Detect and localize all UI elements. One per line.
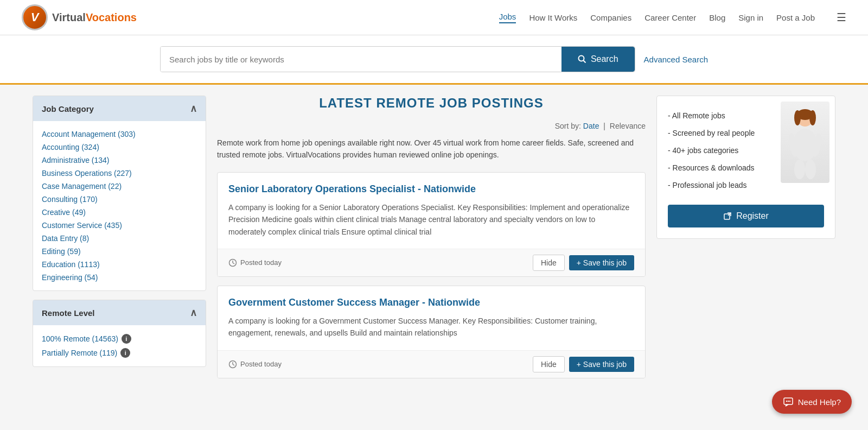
remote-100-item: 100% Remote (14563) i <box>42 332 197 346</box>
remote-100-info-icon[interactable]: i <box>122 334 131 344</box>
nav-how-it-works[interactable]: How It Works <box>529 13 577 22</box>
clock-icon <box>228 258 237 267</box>
main-content: Job Category ∧ Account Management (303) … <box>11 85 857 398</box>
svg-line-1 <box>583 61 585 63</box>
header: V VirtualVocations Jobs How It Works Com… <box>0 0 868 35</box>
job-category-section: Job Category ∧ Account Management (303) … <box>33 96 206 291</box>
category-creative[interactable]: Creative (49) <box>42 206 197 219</box>
sort-date-link[interactable]: Date <box>583 122 599 130</box>
nav-blog[interactable]: Blog <box>709 13 725 22</box>
remote-partial-item: Partially Remote (119) i <box>42 346 197 360</box>
sort-bar: Sort by: Date | Relevance <box>217 122 646 130</box>
category-administrative[interactable]: Administrative (134) <box>42 154 197 167</box>
chat-icon <box>783 396 794 398</box>
category-data-entry[interactable]: Data Entry (8) <box>42 232 197 245</box>
center-content: LATEST REMOTE JOB POSTINGS Sort by: Date… <box>217 96 646 387</box>
search-input[interactable] <box>161 47 561 72</box>
svg-line-7 <box>233 364 234 365</box>
main-nav: Jobs How It Works Companies Career Cente… <box>499 11 846 24</box>
search-box: Search <box>160 46 635 72</box>
menu-icon[interactable]: ☰ <box>837 11 846 24</box>
job-footer: Posted today Hide + Save this job <box>218 249 645 276</box>
search-icon <box>578 55 586 64</box>
nav-post-job[interactable]: Post a Job <box>776 13 815 22</box>
job-actions: Hide + Save this job <box>533 356 634 372</box>
category-account-management[interactable]: Account Management (303) <box>42 128 197 141</box>
external-link-icon <box>723 212 732 220</box>
remote-100-link[interactable]: 100% Remote (14563) <box>42 334 118 343</box>
job-title[interactable]: Senior Laboratory Operations Specialist … <box>228 184 634 195</box>
job-description: A company is looking for a Senior Labora… <box>228 201 634 238</box>
clock-icon <box>228 360 237 369</box>
search-button[interactable]: Search <box>561 47 635 72</box>
save-job-button[interactable]: + Save this job <box>569 255 634 270</box>
hide-button[interactable]: Hide <box>533 255 565 271</box>
job-card: Government Customer Success Manager - Na… <box>217 286 646 378</box>
nav-jobs[interactable]: Jobs <box>499 12 516 23</box>
svg-point-0 <box>578 56 584 61</box>
job-category-chevron: ∧ <box>190 103 197 115</box>
search-container: Search Advanced Search <box>149 46 719 83</box>
svg-point-16 <box>809 110 816 125</box>
remote-level-chevron: ∧ <box>190 307 197 319</box>
advanced-search-link[interactable]: Advanced Search <box>644 55 708 64</box>
nav-career-center[interactable]: Career Center <box>644 13 696 22</box>
logo[interactable]: V VirtualVocations <box>22 4 137 30</box>
promo-box: - All Remote jobs - Screened by real peo… <box>656 96 835 239</box>
category-engineering[interactable]: Engineering (54) <box>42 271 197 284</box>
job-actions: Hide + Save this job <box>533 255 634 271</box>
category-business-operations[interactable]: Business Operations (227) <box>42 167 197 180</box>
category-case-management[interactable]: Case Management (22) <box>42 180 197 193</box>
job-category-body: Account Management (303) Accounting (324… <box>33 121 206 290</box>
intro-text: Remote work from home job openings avail… <box>217 137 646 161</box>
search-section: Search Advanced Search <box>0 35 868 85</box>
remote-partial-link[interactable]: Partially Remote (119) <box>42 349 117 357</box>
save-job-button[interactable]: + Save this job <box>569 357 634 372</box>
job-description: A company is looking for a Government Cu… <box>228 315 634 339</box>
job-card: Senior Laboratory Operations Specialist … <box>217 172 646 277</box>
category-customer-service[interactable]: Customer Service (435) <box>42 219 197 232</box>
right-sidebar: - All Remote jobs - Screened by real peo… <box>656 96 835 387</box>
remote-partial-info-icon[interactable]: i <box>120 348 130 358</box>
remote-level-section: Remote Level ∧ 100% Remote (14563) i Par… <box>33 300 206 367</box>
job-title[interactable]: Government Customer Success Manager - Na… <box>228 297 634 308</box>
job-card-body: Government Customer Success Manager - Na… <box>218 286 645 350</box>
nav-companies[interactable]: Companies <box>590 13 631 22</box>
category-education[interactable]: Education (1113) <box>42 258 197 271</box>
posted-date: Posted today <box>228 258 282 267</box>
posted-date: Posted today <box>228 360 282 369</box>
job-footer: Posted today Hide + Save this job <box>218 350 645 378</box>
register-button[interactable]: Register <box>668 205 824 227</box>
category-consulting[interactable]: Consulting (170) <box>42 193 197 206</box>
lady-image <box>781 102 829 183</box>
job-card-body: Senior Laboratory Operations Specialist … <box>218 173 645 249</box>
nav-sign-in[interactable]: Sign in <box>738 13 763 22</box>
svg-point-11 <box>805 160 816 179</box>
logo-text: VirtualVocations <box>52 11 137 24</box>
remote-level-body: 100% Remote (14563) i Partially Remote (… <box>33 325 206 366</box>
section-title: LATEST REMOTE JOB POSTINGS <box>217 96 646 111</box>
category-accounting[interactable]: Accounting (324) <box>42 141 197 154</box>
category-editing[interactable]: Editing (59) <box>42 245 197 258</box>
job-category-header[interactable]: Job Category ∧ <box>33 96 206 121</box>
left-sidebar: Job Category ∧ Account Management (303) … <box>33 96 206 387</box>
need-help-button[interactable]: Need Help? <box>772 390 852 398</box>
svg-line-4 <box>233 263 234 264</box>
svg-point-15 <box>794 110 801 125</box>
logo-icon: V <box>22 4 48 30</box>
remote-level-header[interactable]: Remote Level ∧ <box>33 300 206 325</box>
svg-point-10 <box>794 160 805 179</box>
hide-button[interactable]: Hide <box>533 356 565 372</box>
